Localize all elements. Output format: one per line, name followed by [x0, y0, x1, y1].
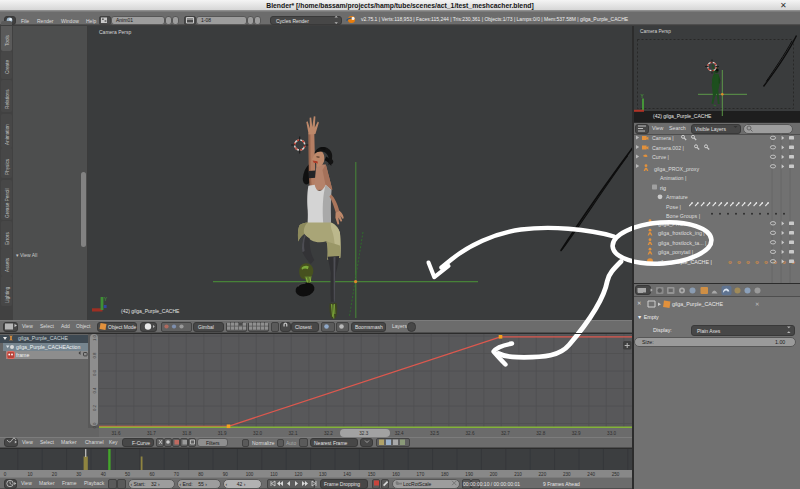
svg-text:32.5: 32.5 [430, 431, 439, 436]
svg-text:31.7: 31.7 [147, 431, 156, 436]
svg-text:⚙: ⚙ [746, 260, 750, 265]
svg-text:Errors: Errors [5, 232, 10, 245]
svg-text:gilga_frostlock_ing |: gilga_frostlock_ing | [658, 230, 705, 236]
svg-text:210: 210 [514, 472, 522, 477]
svg-text:1.0: 1.0 [92, 334, 97, 341]
svg-text:32.1: 32.1 [289, 431, 298, 436]
svg-text:250: 250 [612, 472, 620, 477]
svg-text:Assets: Assets [5, 257, 10, 272]
svg-text:200: 200 [490, 472, 498, 477]
svg-text:180: 180 [441, 472, 449, 477]
svg-text:Grease Pencil: Grease Pencil [5, 189, 10, 218]
svg-text:240: 240 [587, 472, 595, 477]
svg-text:gilga_frostlock_ta... |: gilga_frostlock_ta... | [658, 240, 706, 246]
svg-text:80: 80 [198, 472, 204, 477]
svg-text:32.6: 32.6 [466, 431, 475, 436]
svg-text:⚙: ⚙ [728, 260, 732, 265]
svg-text:230: 230 [563, 472, 571, 477]
svg-text:Bone Groups |: Bone Groups | [666, 213, 700, 219]
svg-text:140: 140 [343, 472, 351, 477]
svg-text:70: 70 [174, 472, 180, 477]
svg-text:⚙: ⚙ [764, 260, 768, 265]
svg-text:31.8: 31.8 [182, 431, 191, 436]
svg-text:Tools: Tools [5, 34, 10, 46]
svg-text:Y: Y [104, 296, 108, 302]
svg-text:0.0: 0.0 [92, 422, 97, 429]
svg-text:60: 60 [149, 472, 155, 477]
svg-text:32.0: 32.0 [253, 431, 262, 436]
svg-text:Physics: Physics [5, 158, 10, 175]
svg-text:0: 0 [4, 472, 7, 477]
svg-text:20: 20 [52, 472, 58, 477]
svg-text:190: 190 [465, 472, 473, 477]
svg-text:32.3: 32.3 [359, 431, 368, 436]
svg-text:0.4: 0.4 [92, 387, 97, 394]
svg-text:0.2: 0.2 [92, 404, 97, 411]
svg-text:gilga_PROX_proxy: gilga_PROX_proxy [654, 166, 699, 172]
svg-text:rig: rig [660, 185, 666, 191]
svg-text:160: 160 [392, 472, 400, 477]
svg-text:0.6: 0.6 [92, 369, 97, 376]
svg-text:32.9: 32.9 [572, 431, 581, 436]
svg-text:32.8: 32.8 [536, 431, 545, 436]
svg-text:Curve |: Curve | [652, 154, 669, 160]
svg-text:32.4: 32.4 [395, 431, 404, 436]
svg-text:0.8: 0.8 [92, 352, 97, 359]
svg-text:Animation: Animation [5, 124, 10, 145]
svg-text:130: 130 [319, 472, 327, 477]
svg-text:220: 220 [539, 472, 547, 477]
svg-text:40: 40 [101, 472, 107, 477]
svg-text:Animation |: Animation | [660, 175, 686, 181]
svg-text:31.9: 31.9 [218, 431, 227, 436]
svg-text:Create: Create [5, 60, 10, 74]
svg-text:Camera |: Camera | [652, 135, 674, 141]
svg-text:31.6: 31.6 [112, 431, 121, 436]
svg-text:Y: Y [641, 94, 644, 99]
svg-text:50: 50 [125, 472, 131, 477]
svg-text:Relations: Relations [5, 89, 10, 109]
svg-text:⚙: ⚙ [755, 260, 759, 265]
svg-text:110: 110 [270, 472, 278, 477]
svg-text:⚙: ⚙ [737, 260, 741, 265]
svg-text:32.2: 32.2 [324, 431, 333, 436]
svg-text:Pose |: Pose | [666, 204, 681, 210]
svg-text:120: 120 [295, 472, 303, 477]
svg-text:gilga_ponytail |: gilga_ponytail | [658, 249, 693, 255]
svg-text:90: 90 [223, 472, 229, 477]
svg-text:32.7: 32.7 [501, 431, 510, 436]
svg-text:30: 30 [76, 472, 82, 477]
svg-text:100: 100 [246, 472, 254, 477]
svg-text:10: 10 [27, 472, 33, 477]
svg-text:Lighting: Lighting [5, 286, 10, 303]
svg-text:170: 170 [417, 472, 425, 477]
svg-text:150: 150 [368, 472, 376, 477]
svg-text:33.0: 33.0 [607, 431, 616, 436]
svg-text:Armature: Armature [666, 194, 688, 200]
svg-text:Camera.002 |: Camera.002 | [652, 145, 684, 151]
